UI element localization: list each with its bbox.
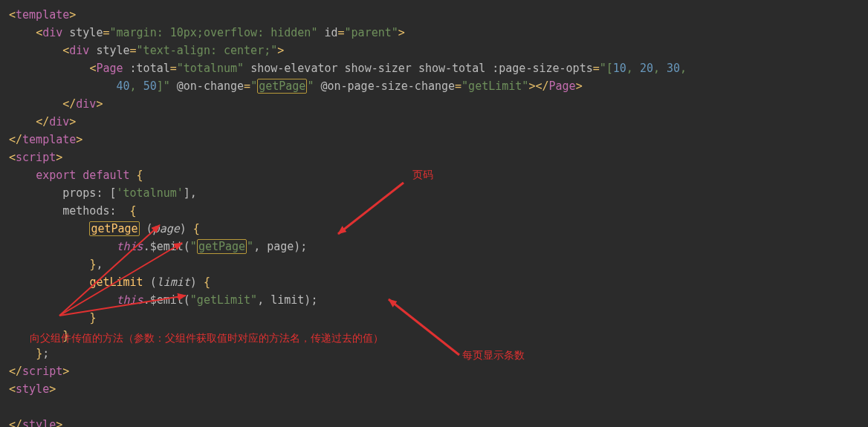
code-editor[interactable]: <template> <div style="margin: 10px;over… bbox=[0, 0, 868, 427]
